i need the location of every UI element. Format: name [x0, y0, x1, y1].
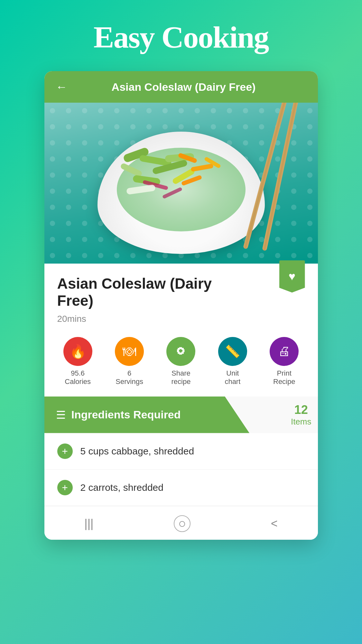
- ingredient-item-2: + 2 carrots, shredded: [44, 470, 318, 506]
- action-buttons-row: 🔥 95.6Calories 🍽 6Servings ⭘ Sharerecipe…: [44, 332, 318, 397]
- print-button[interactable]: 🖨 PrintRecipe: [270, 337, 299, 386]
- share-label: Sharerecipe: [172, 369, 191, 386]
- share-button[interactable]: ⭘ Sharerecipe: [166, 337, 195, 386]
- ingredient-2-text: 2 carrots, shredded: [80, 482, 163, 493]
- ingredients-title: Ingredients Required: [71, 408, 181, 421]
- card-header-title: Asian Coleslaw (Dairy Free): [74, 81, 293, 93]
- calories-circle: 🔥: [63, 337, 92, 366]
- items-count-label: Items: [291, 417, 311, 427]
- calories-label: 95.6Calories: [65, 369, 91, 386]
- items-count-area: 12 Items: [288, 397, 318, 433]
- unit-chart-label: Unitchart: [225, 369, 240, 386]
- servings-label: 6Servings: [116, 369, 143, 386]
- heart-icon: ♥: [289, 270, 295, 283]
- ruler-icon: 📏: [225, 344, 240, 359]
- ingredient-item-1: + 5 cups cabbage, shredded: [44, 433, 318, 470]
- list-icon: ☰: [56, 408, 66, 421]
- servings-button[interactable]: 🍽 6Servings: [115, 337, 144, 386]
- ingredients-section: ☰ Ingredients Required 12 Items: [44, 397, 318, 433]
- add-ingredient-1-button[interactable]: +: [57, 443, 73, 459]
- recipe-title: Asian Coleslaw (Dairy Free): [57, 275, 244, 309]
- app-title: Easy Cooking: [93, 19, 268, 55]
- recipe-time: 20mins: [57, 314, 305, 324]
- bottom-nav: ||| ○ <: [44, 506, 318, 540]
- calories-button[interactable]: 🔥 95.6Calories: [63, 337, 92, 386]
- share-circle: ⭘: [166, 337, 195, 366]
- recipe-card: ← Asian Coleslaw (Dairy Free): [44, 71, 318, 540]
- recipe-info: Asian Coleslaw (Dairy Free) ♥ 20mins: [44, 264, 318, 332]
- back-nav-icon[interactable]: <: [271, 517, 278, 530]
- print-circle: 🖨: [270, 337, 299, 366]
- add-ingredient-2-button[interactable]: +: [57, 480, 73, 495]
- print-icon: 🖨: [278, 344, 290, 358]
- ingredient-1-text: 5 cups cabbage, shredded: [80, 446, 194, 457]
- share-icon: ⭘: [175, 344, 187, 358]
- bookmark-button[interactable]: ♥: [279, 260, 305, 293]
- items-count-number: 12: [294, 403, 308, 417]
- print-label: PrintRecipe: [273, 369, 295, 386]
- dish-icon: 🍽: [123, 344, 136, 359]
- flame-icon: 🔥: [70, 343, 86, 359]
- ingredients-header-bg: ☰ Ingredients Required: [44, 397, 250, 433]
- unit-chart-circle: 📏: [218, 337, 247, 366]
- home-nav-icon[interactable]: ○: [174, 515, 190, 532]
- servings-circle: 🍽: [115, 337, 144, 366]
- back-button[interactable]: ←: [56, 80, 68, 94]
- unit-chart-button[interactable]: 📏 Unitchart: [218, 337, 247, 386]
- card-header: ← Asian Coleslaw (Dairy Free): [44, 71, 318, 103]
- recipe-image: [44, 103, 318, 264]
- menu-nav-icon[interactable]: |||: [84, 517, 93, 530]
